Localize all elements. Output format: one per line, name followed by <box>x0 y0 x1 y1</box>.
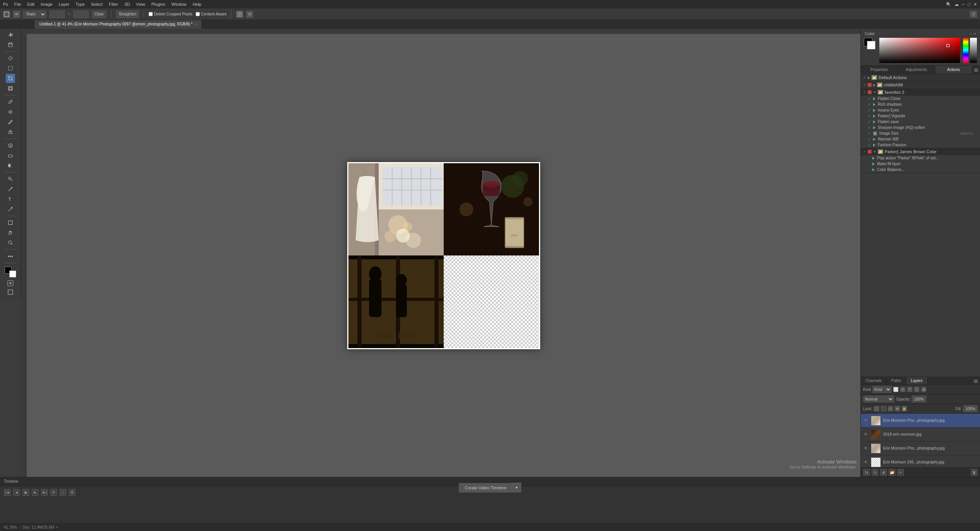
action-fashion-passion[interactable]: ✓ Fashion Passion <box>861 142 980 148</box>
pen-tool[interactable] <box>6 184 15 194</box>
tab-paths[interactable]: Paths <box>887 377 906 384</box>
crop-handle-tr[interactable] <box>536 162 540 167</box>
menu-filter[interactable]: Filter <box>109 2 118 7</box>
menu-plugins[interactable]: Plugins <box>151 2 165 7</box>
height-input[interactable] <box>73 10 89 18</box>
gradient-tool[interactable] <box>6 161 15 170</box>
create-timeline-btn[interactable]: Create Video Timeline <box>459 483 512 492</box>
menu-view[interactable]: View <box>136 2 145 7</box>
crop-handle-mr[interactable] <box>538 253 540 258</box>
action-insane-eyes[interactable]: ✓ Insane Eyes <box>861 107 980 113</box>
history-brush-tool[interactable] <box>6 141 15 150</box>
layer-item-1[interactable]: 👁 0018 erin morrison.jpg <box>861 428 980 441</box>
menu-type[interactable]: Type <box>76 2 85 7</box>
crop-handle-br[interactable] <box>536 345 540 349</box>
reset-transform-icon[interactable]: ↺ <box>970 11 977 18</box>
play-btn[interactable]: ▶ <box>22 489 29 496</box>
menu-window[interactable]: Window <box>171 2 186 7</box>
menu-layer[interactable]: Layer <box>59 2 69 7</box>
filter-shape-icon[interactable]: ⬡ <box>914 387 919 392</box>
lock-artboard-icon[interactable]: ⌗ <box>888 406 893 411</box>
skip-back-btn[interactable]: |◄ <box>4 489 11 496</box>
settings-btn[interactable]: ⚙ <box>69 489 76 496</box>
action-play-parker[interactable]: Play action "Parker" 80%ile" of set... <box>861 155 980 161</box>
lasso-tool[interactable] <box>6 54 15 63</box>
menu-ps[interactable]: Ps <box>3 2 8 7</box>
color-spectrum[interactable] <box>963 38 968 63</box>
tab-actions[interactable]: Actions <box>935 66 972 74</box>
crop-handle-bm[interactable] <box>441 347 446 349</box>
artboard-tool[interactable] <box>6 40 15 49</box>
next-frame-btn[interactable]: ► <box>32 489 39 496</box>
prev-frame-btn[interactable]: ◄ <box>13 489 20 496</box>
sync-icon[interactable]: ☁ <box>955 2 959 7</box>
object-select-tool[interactable] <box>6 64 15 73</box>
action-flatten-save[interactable]: ✓ Flatten save <box>861 119 980 125</box>
document-tab[interactable]: Untitled-1 @ 41.4% (Erin Morrison Photog… <box>35 20 202 29</box>
lock-image-icon[interactable]: ⬛ <box>881 406 886 411</box>
path-select-tool[interactable] <box>6 205 15 214</box>
move-tool[interactable] <box>6 30 15 39</box>
layer-eye-0[interactable]: 👁 <box>863 418 868 423</box>
action-fill-layer[interactable]: Make fill layer <box>861 161 980 167</box>
delete-pixels-checkbox[interactable] <box>149 12 153 16</box>
layer-eye-3[interactable]: 👁 <box>863 460 868 465</box>
lock-all-icon[interactable]: 🔒 <box>902 406 907 411</box>
width-input[interactable] <box>49 10 65 18</box>
crop-tool[interactable] <box>6 74 15 83</box>
action-warmer[interactable]: ✓ Warmer WB <box>861 136 980 142</box>
grid-view-icon[interactable] <box>236 11 243 18</box>
more-tools[interactable]: ••• <box>6 252 15 261</box>
opacity-input[interactable] <box>912 396 926 402</box>
lock-transparent-icon[interactable]: ⬚ <box>874 406 879 411</box>
crop-handle-bl[interactable] <box>347 345 352 349</box>
add-fx-btn[interactable]: fx <box>863 469 870 476</box>
action-color-balance[interactable]: Color Balance... <box>861 167 980 172</box>
maximize-icon[interactable]: □ <box>968 2 970 7</box>
menu-edit[interactable]: Edit <box>27 2 35 7</box>
color-gradient[interactable] <box>879 38 960 63</box>
exchange-icon[interactable]: ⇄ <box>13 11 20 18</box>
brush-tool[interactable] <box>6 117 15 127</box>
new-group-btn[interactable]: 📁 <box>889 469 896 476</box>
filter-smart-icon[interactable]: ◈ <box>921 387 926 392</box>
frame-tool[interactable] <box>6 84 15 93</box>
tab-close-btn[interactable]: × <box>195 22 197 26</box>
healing-tool[interactable] <box>6 107 15 117</box>
add-mask-btn[interactable]: ⊙ <box>872 469 879 476</box>
shape-tool[interactable] <box>6 218 15 227</box>
layer-item-0[interactable]: 👁 Erin Morrison Pho...photography.jpg <box>861 414 980 428</box>
layer-item-3[interactable]: 👁 Erin Morrison 245...photography.jpg <box>861 455 980 467</box>
foreground-background-colors[interactable] <box>5 267 16 277</box>
doc-arrow[interactable]: > <box>56 525 58 529</box>
skip-forward-btn[interactable]: ►| <box>41 489 48 496</box>
tab-layers[interactable]: Layers <box>906 377 928 384</box>
audio-btn[interactable]: ♪ <box>59 489 66 496</box>
filter-adjust-icon[interactable]: ⊙ <box>900 387 906 392</box>
action-group-favorites-header[interactable]: ✓ ▼ 📁 favorites 3 <box>861 89 980 96</box>
crop-handle-ml[interactable] <box>347 253 350 258</box>
action-vignette[interactable]: ✓ Parker] Vignette <box>861 113 980 119</box>
crop-handle-tl[interactable] <box>347 162 352 167</box>
delete-layer-btn[interactable]: 🗑 <box>971 469 978 476</box>
close-icon[interactable]: ✕ <box>973 2 977 7</box>
tab-properties[interactable]: Properties <box>861 66 898 74</box>
transparency-strip[interactable] <box>970 38 977 63</box>
new-layer-btn[interactable]: + <box>897 469 904 476</box>
blend-mode-select[interactable]: Normal <box>863 396 894 402</box>
fg-bg-swatches[interactable] <box>864 38 875 49</box>
fill-input[interactable] <box>963 405 978 412</box>
clear-button[interactable]: Clear <box>92 10 106 18</box>
action-image-size[interactable]: ✓ Image Size Shift+F2 <box>861 130 980 136</box>
crop-handle-tm[interactable] <box>441 162 446 164</box>
action-group-default-header[interactable]: ✓ ▶ 📁 Default Actions <box>861 74 980 81</box>
layer-item-2[interactable]: 👁 Erin Morrison Pho...photography.jpg <box>861 441 980 455</box>
filter-pixel-icon[interactable]: ⬜ <box>893 387 899 392</box>
zoom-tool[interactable] <box>6 238 15 247</box>
type-tool[interactable]: T <box>6 194 15 204</box>
background-color[interactable] <box>9 271 16 277</box>
action-rich-shadows[interactable]: ✓ Rich shadows <box>861 101 980 107</box>
filter-type-icon[interactable]: T <box>907 387 912 392</box>
menu-help[interactable]: Help <box>193 2 201 7</box>
color-panel-close[interactable]: × <box>974 31 976 36</box>
